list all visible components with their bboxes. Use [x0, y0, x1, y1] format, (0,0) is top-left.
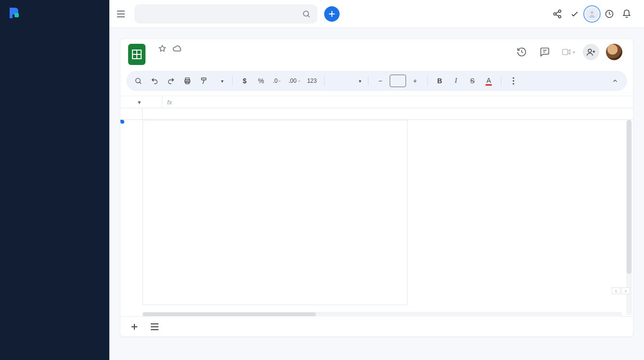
explore-pager[interactable]: ‹›	[612, 287, 630, 294]
history-icon[interactable]	[513, 44, 530, 60]
collapse-toolbar-icon[interactable]	[608, 74, 622, 88]
svg-point-1	[303, 11, 309, 16]
text-color-button[interactable]: A	[482, 74, 496, 88]
currency-button[interactable]: $	[237, 74, 252, 88]
svg-point-16	[513, 83, 514, 84]
more-tools-icon[interactable]	[506, 74, 521, 88]
number-format-button[interactable]: 123	[305, 74, 319, 88]
google-sheet-panel: ▾ ▾ $ % .0← .00→ 123 ▾	[120, 39, 633, 337]
doc-header: ▾	[120, 39, 633, 65]
percent-button[interactable]: %	[254, 74, 268, 88]
svg-rect-7	[562, 50, 567, 55]
svg-point-8	[588, 49, 591, 52]
column-headers	[120, 108, 633, 120]
perfex-sidebar	[0, 0, 109, 360]
search-icon[interactable]	[302, 10, 311, 18]
cloud-status-icon[interactable]	[172, 44, 182, 53]
topbar	[109, 0, 644, 28]
vertical-scrollbar[interactable]	[626, 120, 632, 315]
svg-point-3	[554, 13, 556, 15]
font-size-decrease[interactable]: −	[373, 74, 388, 88]
svg-point-4	[559, 15, 561, 18]
fill-handle[interactable]	[120, 120, 124, 124]
share-tree-icon[interactable]	[549, 5, 566, 23]
select-all-corner[interactable]	[120, 108, 143, 119]
user-avatar[interactable]	[583, 5, 601, 23]
finder-icon[interactable]	[131, 74, 145, 88]
font-family-select[interactable]: ▾	[329, 74, 363, 88]
chart-canvas	[143, 123, 407, 296]
svg-point-9	[136, 78, 140, 83]
meet-icon[interactable]: ▾	[560, 44, 576, 60]
clock-icon[interactable]	[601, 5, 618, 23]
name-box[interactable]: ▾	[120, 99, 162, 106]
dec-increase-icon[interactable]: .00→	[287, 74, 303, 88]
undo-icon[interactable]	[147, 74, 162, 88]
svg-point-5	[591, 11, 593, 14]
fx-icon: fx	[167, 99, 172, 106]
embedded-chart[interactable]	[143, 120, 407, 305]
search-input[interactable]	[141, 10, 302, 18]
comments-icon[interactable]	[537, 44, 553, 60]
toolbar: ▾ $ % .0← .00→ 123 ▾ − + B I S A	[126, 71, 627, 91]
sheet-tab-bar	[120, 316, 633, 336]
font-size-input[interactable]	[390, 75, 406, 87]
bold-button[interactable]: B	[433, 74, 447, 88]
menu-toggle-icon[interactable]	[114, 7, 128, 21]
dec-decrease-icon[interactable]: .0←	[270, 74, 285, 88]
font-size-increase[interactable]: +	[408, 74, 422, 88]
share-button[interactable]	[583, 44, 599, 60]
bell-icon[interactable]	[618, 5, 635, 23]
formula-bar: ▾ fx	[120, 96, 633, 108]
add-sheet-button[interactable]	[127, 320, 142, 334]
spreadsheet-grid[interactable]: ‹›	[120, 108, 633, 316]
paint-format-icon[interactable]	[197, 74, 211, 88]
svg-point-2	[559, 10, 561, 12]
svg-rect-13	[201, 78, 206, 80]
sheets-logo-icon[interactable]	[128, 44, 145, 65]
star-icon[interactable]	[158, 44, 167, 53]
perfex-logo-icon	[8, 7, 20, 19]
chevron-down-icon[interactable]: ▾	[138, 99, 141, 106]
check-icon[interactable]	[566, 5, 583, 23]
google-account-avatar[interactable]	[606, 44, 622, 60]
all-sheets-button[interactable]	[147, 320, 162, 334]
horizontal-scrollbar[interactable]	[143, 312, 622, 317]
strike-button[interactable]: S	[465, 74, 480, 88]
search-box[interactable]	[134, 4, 317, 24]
print-icon[interactable]	[180, 74, 195, 88]
redo-icon[interactable]	[164, 74, 178, 88]
svg-rect-0	[14, 13, 19, 17]
brand-block	[0, 0, 109, 28]
italic-button[interactable]: I	[449, 74, 463, 88]
svg-point-15	[513, 80, 514, 81]
add-button[interactable]	[324, 6, 340, 22]
zoom-select[interactable]: ▾	[213, 74, 227, 88]
main-area: ▾ ▾ $ % .0← .00→ 123 ▾	[109, 0, 644, 360]
svg-point-14	[513, 77, 514, 78]
